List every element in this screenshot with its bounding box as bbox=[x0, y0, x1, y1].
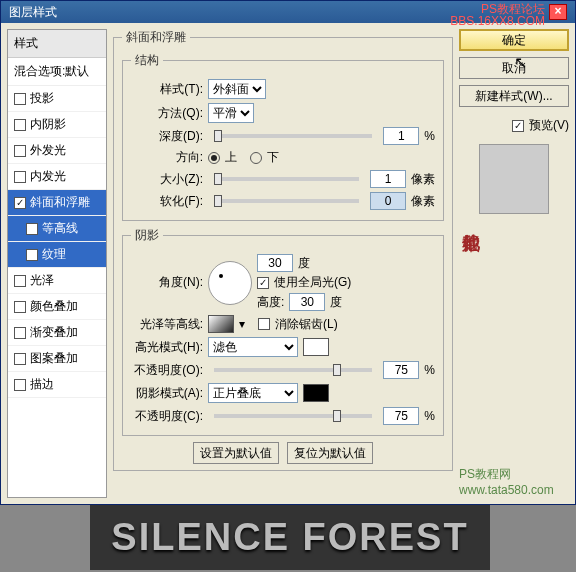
shadow-mode-select[interactable]: 正片叠底 bbox=[208, 383, 298, 403]
sidebar-header: 样式 bbox=[8, 30, 106, 58]
ok-button[interactable]: 确定 bbox=[459, 29, 569, 51]
background-text: SILENCE FOREST bbox=[111, 516, 468, 559]
highlight-opacity-slider[interactable] bbox=[214, 368, 372, 372]
sidebar-item-6[interactable]: 纹理 bbox=[8, 242, 106, 268]
shading-group: 阴影 角度(N): 度 ✓ 使用全局光(G) bbox=[122, 227, 444, 436]
site-watermark: PS教程网 www.tata580.com bbox=[459, 466, 569, 498]
sidebar-default[interactable]: 混合选项:默认 bbox=[8, 58, 106, 86]
sidebar-item-1[interactable]: 内阴影 bbox=[8, 112, 106, 138]
chevron-down-icon[interactable]: ▾ bbox=[239, 317, 245, 331]
altitude-input[interactable] bbox=[289, 293, 325, 311]
soften-slider[interactable] bbox=[214, 199, 359, 203]
direction-down-radio[interactable] bbox=[250, 152, 262, 164]
bevel-fieldset: 斜面和浮雕 结构 样式(T): 外斜面 方法(Q): 平滑 深度(D): bbox=[113, 29, 453, 471]
bevel-panel: 斜面和浮雕 结构 样式(T): 外斜面 方法(Q): 平滑 深度(D): bbox=[113, 29, 453, 498]
angle-dial[interactable] bbox=[208, 261, 252, 305]
gloss-contour-label: 光泽等高线: bbox=[131, 316, 203, 333]
direction-up-radio[interactable] bbox=[208, 152, 220, 164]
sidebar-checkbox[interactable] bbox=[26, 249, 38, 261]
style-label: 样式(T): bbox=[131, 81, 203, 98]
soften-label: 软化(F): bbox=[131, 193, 203, 210]
sidebar-item-4[interactable]: ✓斜面和浮雕 bbox=[8, 190, 106, 216]
sidebar-item-label: 图案叠加 bbox=[30, 350, 78, 367]
sidebar-item-label: 内发光 bbox=[30, 168, 66, 185]
size-slider[interactable] bbox=[214, 177, 359, 181]
sidebar-item-label: 投影 bbox=[30, 90, 54, 107]
cancel-button[interactable]: 取消 bbox=[459, 57, 569, 79]
sidebar-checkbox[interactable] bbox=[26, 223, 38, 235]
sidebar-item-0[interactable]: 投影 bbox=[8, 86, 106, 112]
shadow-opacity-label: 不透明度(C): bbox=[131, 408, 203, 425]
structure-group: 结构 样式(T): 外斜面 方法(Q): 平滑 深度(D): % bbox=[122, 52, 444, 221]
sidebar-item-label: 光泽 bbox=[30, 272, 54, 289]
sidebar-checkbox[interactable] bbox=[14, 379, 26, 391]
size-input[interactable] bbox=[370, 170, 406, 188]
sidebar-item-label: 斜面和浮雕 bbox=[30, 194, 90, 211]
make-default-button[interactable]: 设置为默认值 bbox=[193, 442, 279, 464]
sidebar-item-label: 描边 bbox=[30, 376, 54, 393]
sidebar-item-2[interactable]: 外发光 bbox=[8, 138, 106, 164]
highlight-opacity-label: 不透明度(O): bbox=[131, 362, 203, 379]
sidebar-checkbox[interactable] bbox=[14, 353, 26, 365]
sidebar-checkbox[interactable] bbox=[14, 93, 26, 105]
sidebar-checkbox[interactable]: ✓ bbox=[14, 197, 26, 209]
sidebar-item-7[interactable]: 光泽 bbox=[8, 268, 106, 294]
technique-label: 方法(Q): bbox=[131, 105, 203, 122]
sidebar-checkbox[interactable] bbox=[14, 171, 26, 183]
dialog-title: 图层样式 bbox=[9, 4, 57, 21]
highlight-color-swatch[interactable] bbox=[303, 338, 329, 356]
sidebar-item-10[interactable]: 图案叠加 bbox=[8, 346, 106, 372]
depth-input[interactable] bbox=[383, 127, 419, 145]
gloss-contour-picker[interactable] bbox=[208, 315, 234, 333]
sidebar-item-11[interactable]: 描边 bbox=[8, 372, 106, 398]
technique-select[interactable]: 平滑 bbox=[208, 103, 254, 123]
highlight-mode-label: 高光模式(H): bbox=[131, 339, 203, 356]
antialias-checkbox[interactable] bbox=[258, 318, 270, 330]
sidebar-item-5[interactable]: 等高线 bbox=[8, 216, 106, 242]
sidebar-item-label: 纹理 bbox=[42, 246, 66, 263]
angle-label: 角度(N): bbox=[131, 274, 203, 291]
shadow-color-swatch[interactable] bbox=[303, 384, 329, 402]
altitude-label: 高度: bbox=[257, 294, 284, 311]
sidebar-checkbox[interactable] bbox=[14, 119, 26, 131]
watermark: PS教程论坛 BBS.16XX8.COM bbox=[450, 3, 545, 27]
decorative-text: 他她我帮你 bbox=[459, 220, 569, 460]
style-select[interactable]: 外斜面 bbox=[208, 79, 266, 99]
depth-slider[interactable] bbox=[214, 134, 372, 138]
preview-thumbnail bbox=[479, 144, 549, 214]
sidebar-item-3[interactable]: 内发光 bbox=[8, 164, 106, 190]
sidebar-checkbox[interactable] bbox=[14, 327, 26, 339]
direction-label: 方向: bbox=[131, 149, 203, 166]
sidebar-item-label: 外发光 bbox=[30, 142, 66, 159]
background-preview: SILENCE FOREST bbox=[90, 505, 490, 570]
sidebar-item-9[interactable]: 渐变叠加 bbox=[8, 320, 106, 346]
shadow-mode-label: 阴影模式(A): bbox=[131, 385, 203, 402]
sidebar-item-label: 颜色叠加 bbox=[30, 298, 78, 315]
sidebar-item-label: 等高线 bbox=[42, 220, 78, 237]
size-label: 大小(Z): bbox=[131, 171, 203, 188]
highlight-opacity-input[interactable] bbox=[383, 361, 419, 379]
layer-style-dialog: 图层样式 × PS教程论坛 BBS.16XX8.COM 样式 混合选项:默认 投… bbox=[0, 0, 576, 505]
highlight-mode-select[interactable]: 滤色 bbox=[208, 337, 298, 357]
close-icon[interactable]: × bbox=[549, 4, 567, 20]
angle-input[interactable] bbox=[257, 254, 293, 272]
sidebar-item-label: 内阴影 bbox=[30, 116, 66, 133]
sidebar-item-label: 渐变叠加 bbox=[30, 324, 78, 341]
sidebar-checkbox[interactable] bbox=[14, 275, 26, 287]
shadow-opacity-slider[interactable] bbox=[214, 414, 372, 418]
new-style-button[interactable]: 新建样式(W)... bbox=[459, 85, 569, 107]
depth-label: 深度(D): bbox=[131, 128, 203, 145]
preview-checkbox[interactable]: ✓ bbox=[512, 120, 524, 132]
dialog-buttons: 确定 取消 新建样式(W)... ✓ 预览(V) 他她我帮你 PS教程网 www… bbox=[459, 29, 569, 498]
styles-sidebar: 样式 混合选项:默认 投影内阴影外发光内发光✓斜面和浮雕等高线纹理光泽颜色叠加渐… bbox=[7, 29, 107, 498]
reset-default-button[interactable]: 复位为默认值 bbox=[287, 442, 373, 464]
sidebar-item-8[interactable]: 颜色叠加 bbox=[8, 294, 106, 320]
soften-input[interactable] bbox=[370, 192, 406, 210]
shadow-opacity-input[interactable] bbox=[383, 407, 419, 425]
panel-title: 斜面和浮雕 bbox=[122, 29, 190, 46]
global-light-checkbox[interactable]: ✓ bbox=[257, 277, 269, 289]
sidebar-checkbox[interactable] bbox=[14, 301, 26, 313]
sidebar-checkbox[interactable] bbox=[14, 145, 26, 157]
